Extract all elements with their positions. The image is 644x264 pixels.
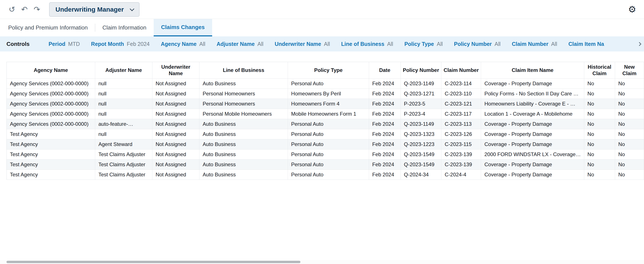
filter-value: All — [437, 41, 443, 47]
controls-scroll-right-button[interactable] — [634, 36, 644, 51]
table-cell: Agency Services (0002-000-0000) — [7, 109, 95, 119]
column-header-claim-number[interactable]: Claim Number — [441, 62, 481, 78]
table-cell: null — [95, 109, 152, 119]
filter-policy-number[interactable]: Policy NumberAll — [454, 41, 501, 47]
table-cell: No — [615, 109, 644, 119]
table-cell: Q-2024-34 — [400, 169, 441, 180]
table-cell: Test Agency — [7, 139, 95, 149]
filter-label: Claim Number — [512, 41, 548, 47]
table-cell: Auto Business — [200, 149, 288, 159]
filter-underwriter-name[interactable]: Underwriter NameAll — [275, 41, 330, 47]
table-row[interactable]: Test AgencyTest Claims AdjusterNot Assig… — [7, 159, 644, 169]
chevron-right-icon — [637, 42, 641, 46]
column-header-policy-type[interactable]: Policy Type — [288, 62, 369, 78]
table-cell: Homeowners By Peril — [288, 89, 369, 99]
column-header-claim-item-name[interactable]: Claim Item Name — [481, 62, 584, 78]
column-header-new-claim[interactable]: New Claim — [615, 62, 644, 78]
table-cell: Coverage - Property Damage — [481, 159, 584, 169]
filter-label: Line of Business — [341, 41, 384, 47]
filter-label: Agency Name — [161, 41, 196, 47]
table-cell: No — [615, 139, 644, 149]
table-cell: Not Assigned — [152, 99, 199, 109]
column-header-historical-claim[interactable]: Historical Claim — [584, 62, 615, 78]
table-cell: Test Agency — [7, 169, 95, 180]
table-row[interactable]: Agency Services (0002-000-0000)nullNot A… — [7, 89, 644, 99]
table-row[interactable]: Test AgencyTest Claims AdjusterNot Assig… — [7, 149, 644, 159]
table-cell: Feb 2024 — [369, 169, 400, 180]
filter-claim-item-na[interactable]: Claim Item Na — [568, 41, 604, 47]
filter-agency-name[interactable]: Agency NameAll — [161, 41, 205, 47]
filter-value: All — [495, 41, 501, 47]
column-header-underwriter-name[interactable]: Underwriter Name — [152, 62, 199, 78]
table-cell: No — [584, 139, 615, 149]
filter-repot-month[interactable]: Repot MonthFeb 2024 — [91, 41, 150, 47]
table-cell: Agency Services (0002-000-0000) — [7, 99, 95, 109]
table-cell: Feb 2024 — [369, 119, 400, 129]
table-cell: Test Agency — [7, 159, 95, 169]
table-cell: Test Agency — [7, 129, 95, 139]
table-cell: No — [615, 169, 644, 180]
table-row[interactable]: Agency Services (0002-000-0000)nullNot A… — [7, 78, 644, 89]
table-cell: Personal Auto — [288, 169, 369, 180]
filter-policy-type[interactable]: Policy TypeAll — [404, 41, 443, 47]
table-cell: Mobile Homeowners Form 1 — [288, 109, 369, 119]
column-header-agency-name[interactable]: Agency Name — [7, 62, 95, 78]
undo-icon[interactable]: ↶ — [18, 3, 31, 16]
table-cell: No — [615, 129, 644, 139]
table-cell: C-2023-139 — [441, 149, 481, 159]
table-row[interactable]: Agency Services (0002-000-0000)nullNot A… — [7, 99, 644, 109]
table-cell: C-2023-117 — [441, 109, 481, 119]
table-cell: C-2023-114 — [441, 78, 481, 89]
redo-icon[interactable]: ↷ — [31, 3, 43, 16]
table-cell: Personal Homeowners — [200, 89, 288, 99]
table-cell: C-2023-113 — [441, 119, 481, 129]
filter-value: All — [200, 41, 206, 47]
tab-claims-changes[interactable]: Claims Changes — [154, 19, 212, 36]
settings-gear-icon[interactable]: ⚙ — [626, 3, 638, 16]
table-cell: Personal Auto — [288, 129, 369, 139]
table-cell: auto-feature-… — [95, 119, 152, 129]
table-cell: Q-2023-1271 — [400, 89, 441, 99]
tab-claim-information[interactable]: Claim Information — [95, 19, 154, 36]
table-cell: Feb 2024 — [369, 78, 400, 89]
table-row[interactable]: Agency Services (0002-000-0000)nullNot A… — [7, 109, 644, 119]
table-cell: C-2023-126 — [441, 129, 481, 139]
table-cell: No — [584, 109, 615, 119]
column-header-date[interactable]: Date — [369, 62, 400, 78]
table-cell: Feb 2024 — [369, 139, 400, 149]
filter-claim-number[interactable]: Claim NumberAll — [512, 41, 557, 47]
table-cell: No — [584, 169, 615, 180]
table-row[interactable]: Test AgencynullNot AssignedAuto Business… — [7, 129, 644, 139]
table-cell: Not Assigned — [152, 78, 199, 89]
horizontal-scrollbar-thumb[interactable] — [6, 261, 300, 263]
column-header-line-of-business[interactable]: Line of Business — [200, 62, 288, 78]
table-cell: Q-2023-1549 — [400, 149, 441, 159]
filter-label: Policy Number — [454, 41, 492, 47]
table-cell: C-2023-139 — [441, 159, 481, 169]
table-cell: Coverage - Property Damage — [481, 78, 584, 89]
table-cell: C-2023-115 — [441, 139, 481, 149]
table-cell: Not Assigned — [152, 139, 199, 149]
dashboard-selector[interactable]: Underwriting Manager — [49, 2, 140, 16]
filter-value: All — [324, 41, 330, 47]
filter-adjuster-name[interactable]: Adjuster NameAll — [216, 41, 263, 47]
reset-icon[interactable]: ↺ — [6, 3, 18, 16]
tab-policy-and-premium-information[interactable]: Policy and Premium Information — [1, 19, 95, 36]
claims-changes-table-container: Agency NameAdjuster NameUnderwriter Name… — [6, 62, 644, 180]
table-cell: Test Claims Adjuster — [95, 159, 152, 169]
column-header-policy-number[interactable]: Policy Number — [400, 62, 441, 78]
dashboard-selector-label: Underwriting Manager — [56, 6, 124, 13]
filter-line-of-business[interactable]: Line of BusinessAll — [341, 41, 393, 47]
table-cell: Not Assigned — [152, 169, 199, 180]
table-cell: Personal Auto — [288, 119, 369, 129]
column-header-adjuster-name[interactable]: Adjuster Name — [95, 62, 152, 78]
table-row[interactable]: Test AgencyTest Claims AdjusterNot Assig… — [7, 169, 644, 180]
filter-label: Policy Type — [404, 41, 434, 47]
table-cell: P-2023-4 — [400, 109, 441, 119]
horizontal-scrollbar-track[interactable] — [0, 260, 644, 264]
table-cell: Coverage - Property Damage — [481, 169, 584, 180]
filter-value: Feb 2024 — [127, 41, 150, 47]
table-row[interactable]: Agency Services (0002-000-0000)auto-feat… — [7, 119, 644, 129]
filter-period[interactable]: PeriodMTD — [48, 41, 80, 47]
table-row[interactable]: Test AgencyAgent StewardNot AssignedAuto… — [7, 139, 644, 149]
